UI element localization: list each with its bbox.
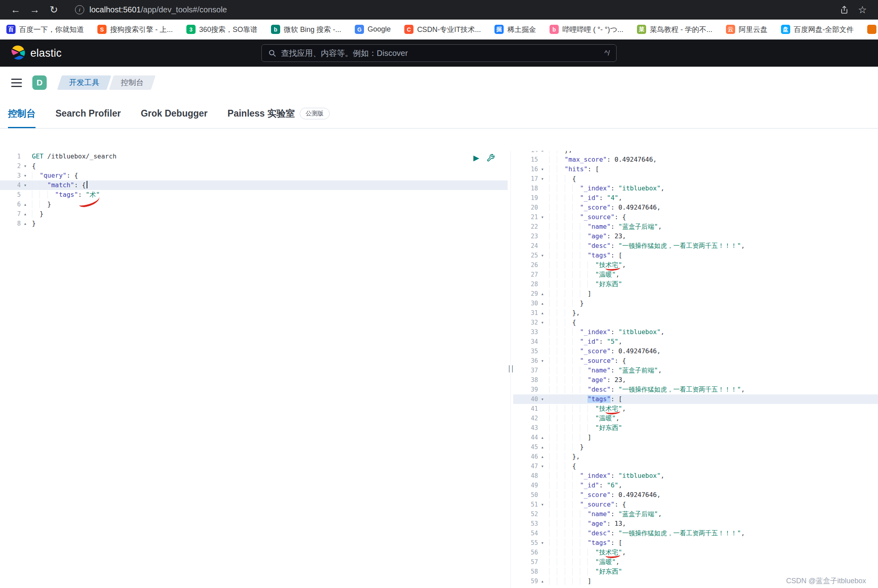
code-line[interactable]: 23 "age": 23, xyxy=(513,232,878,241)
code-line[interactable]: 22 "name": "蓝盒子后端", xyxy=(513,222,878,232)
fold-icon[interactable] xyxy=(538,203,547,212)
fold-icon[interactable]: ▴ xyxy=(21,200,30,209)
code-line[interactable]: 55 ▾ "tags": [ xyxy=(513,538,878,548)
fold-icon[interactable] xyxy=(538,241,547,251)
fold-icon[interactable] xyxy=(538,193,547,203)
bookmark-item[interactable]: b 微软 Bing 搜索 -... xyxy=(271,25,341,34)
fold-icon[interactable]: ▴ xyxy=(538,452,547,461)
fold-icon[interactable]: ▴ xyxy=(538,151,547,155)
fold-icon[interactable] xyxy=(538,260,547,270)
elastic-logo[interactable] xyxy=(10,45,26,61)
fold-icon[interactable]: ▾ xyxy=(538,356,547,366)
code-line[interactable]: 15 "max_score": 0.49247646, xyxy=(513,155,878,164)
code-line[interactable]: 28 "好东西" xyxy=(513,279,878,289)
fold-icon[interactable]: ▴ xyxy=(538,308,547,318)
code-line[interactable]: 53 "age": 13, xyxy=(513,519,878,529)
code-line[interactable]: 41 "技术宅", xyxy=(513,404,878,414)
fold-icon[interactable]: ▾ xyxy=(538,394,547,404)
fold-icon[interactable]: ▾ xyxy=(538,461,547,471)
code-line[interactable]: 58 "好东西" xyxy=(513,567,878,576)
fold-icon[interactable]: ▾ xyxy=(538,251,547,260)
fold-icon[interactable] xyxy=(538,327,547,337)
tab[interactable]: Search Profiler xyxy=(55,99,121,128)
code-line[interactable]: 54 "desc": "一顿操作猛如虎，一看工资两千五！！！", xyxy=(513,529,878,538)
bookmark-item[interactable]: b 哔哩哔哩 ( °- °)つ... xyxy=(550,25,623,34)
tab[interactable]: 控制台 xyxy=(8,99,36,128)
request-editor[interactable]: 1 GET /itbluebox/_search 2 ▾ { 3 ▾ "quer… xyxy=(0,151,508,588)
code-line[interactable]: 8 ▴ } xyxy=(0,219,508,228)
global-search-bar[interactable]: 查找应用、内容等。例如：Discover ^/ xyxy=(261,44,617,62)
fold-icon[interactable]: ▴ xyxy=(538,442,547,452)
code-line[interactable]: 44 ▴ ] xyxy=(513,433,878,442)
code-line[interactable]: 35 "_score": 0.49247646, xyxy=(513,346,878,356)
fold-icon[interactable]: ▾ xyxy=(538,318,547,327)
send-request-button[interactable]: ▶ xyxy=(473,153,479,162)
code-line[interactable]: 24 "desc": "一顿操作猛如虎，一看工资两千五！！！", xyxy=(513,241,878,251)
bookmark-item[interactable]: 3 360搜索，SO靠谱 xyxy=(186,25,257,34)
code-line[interactable]: 1 GET /itbluebox/_search xyxy=(0,152,508,161)
fold-icon[interactable] xyxy=(538,557,547,567)
code-line[interactable]: 30 ▴ } xyxy=(513,299,878,308)
fold-icon[interactable] xyxy=(538,222,547,232)
code-line[interactable]: 45 ▴ } xyxy=(513,442,878,452)
fold-icon[interactable] xyxy=(538,509,547,519)
bookmark-item[interactable]: 掘 稀土掘金 xyxy=(494,25,536,34)
fold-icon[interactable]: ▴ xyxy=(538,433,547,442)
request-settings-icon[interactable] xyxy=(486,154,495,162)
tab[interactable]: Painless 实验室 公测版 xyxy=(227,99,330,128)
fold-icon[interactable] xyxy=(538,366,547,375)
fold-icon[interactable] xyxy=(538,346,547,356)
code-line[interactable]: 49 "_id": "6", xyxy=(513,481,878,490)
pane-resizer[interactable] xyxy=(508,151,513,588)
code-line[interactable]: 51 ▾ "_source": { xyxy=(513,500,878,509)
code-line[interactable]: 39 "desc": "一顿操作猛如虎，一看工资两千五！！！", xyxy=(513,385,878,394)
menu-icon[interactable] xyxy=(11,79,22,87)
code-line[interactable]: 31 ▴ }, xyxy=(513,308,878,318)
fold-icon[interactable]: ▴ xyxy=(21,219,30,228)
code-line[interactable]: 4 ▾ "match": { xyxy=(0,180,508,190)
fold-icon[interactable] xyxy=(21,152,30,161)
fold-icon[interactable] xyxy=(538,404,547,414)
bookmark-item[interactable]: 菜 菜鸟教程 - 学的不... xyxy=(637,25,712,34)
fold-icon[interactable] xyxy=(538,270,547,279)
code-line[interactable]: 19 "_id": "4", xyxy=(513,193,878,203)
code-line[interactable]: 7 ▴ } xyxy=(0,209,508,219)
code-line[interactable]: 46 ▴ }, xyxy=(513,452,878,461)
code-line[interactable]: 27 "温暖", xyxy=(513,270,878,279)
code-line[interactable]: 18 "_index": "itbluebox", xyxy=(513,184,878,193)
fold-icon[interactable] xyxy=(538,375,547,385)
code-line[interactable]: 50 "_score": 0.49247646, xyxy=(513,490,878,500)
code-line[interactable]: 38 "age": 23, xyxy=(513,375,878,385)
code-line[interactable]: 16 ▾ "hits": [ xyxy=(513,164,878,174)
back-icon[interactable]: ← xyxy=(7,0,24,20)
bookmark-item[interactable]: G Google xyxy=(355,25,391,34)
fold-icon[interactable] xyxy=(538,529,547,538)
code-line[interactable]: 43 "好东西" xyxy=(513,423,878,433)
bookmark-item[interactable]: 百 百度一下，你就知道 xyxy=(6,25,84,34)
code-line[interactable]: 57 "温暖", xyxy=(513,557,878,567)
bookmark-item[interactable]: C CSDN-专业IT技术... xyxy=(404,25,481,34)
fold-icon[interactable]: ▾ xyxy=(538,500,547,509)
refresh-icon[interactable]: ↻ xyxy=(45,0,62,20)
fold-icon[interactable] xyxy=(538,423,547,433)
code-line[interactable]: 5 "tags": "术" xyxy=(0,190,508,200)
code-line[interactable]: 52 "name": "蓝盒子后端", xyxy=(513,509,878,519)
code-line[interactable]: 33 "_index": "itbluebox", xyxy=(513,327,878,337)
fold-icon[interactable] xyxy=(538,567,547,576)
tab[interactable]: Grok Debugger xyxy=(141,99,208,128)
code-line[interactable]: 56 "技术宅", xyxy=(513,548,878,557)
share-icon[interactable] xyxy=(840,5,849,14)
bookmark-item[interactable]: S 搜狗搜索引擎 - 上... xyxy=(97,25,173,34)
fold-icon[interactable] xyxy=(538,471,547,481)
code-line[interactable]: 17 ▾ { xyxy=(513,174,878,184)
code-line[interactable]: 25 ▾ "tags": [ xyxy=(513,251,878,260)
fold-icon[interactable] xyxy=(538,184,547,193)
fold-icon[interactable]: ▾ xyxy=(538,174,547,184)
fold-icon[interactable]: ▴ xyxy=(538,576,547,586)
code-line[interactable]: 26 "技术宅", xyxy=(513,260,878,270)
bookmark-item[interactable] xyxy=(867,25,878,34)
fold-icon[interactable]: ▾ xyxy=(21,171,30,180)
code-line[interactable]: 3 ▾ "query": { xyxy=(0,171,508,180)
bookmark-item[interactable]: 盘 百度网盘-全部文件 xyxy=(781,25,854,34)
code-line[interactable]: 29 ▴ ] xyxy=(513,289,878,299)
